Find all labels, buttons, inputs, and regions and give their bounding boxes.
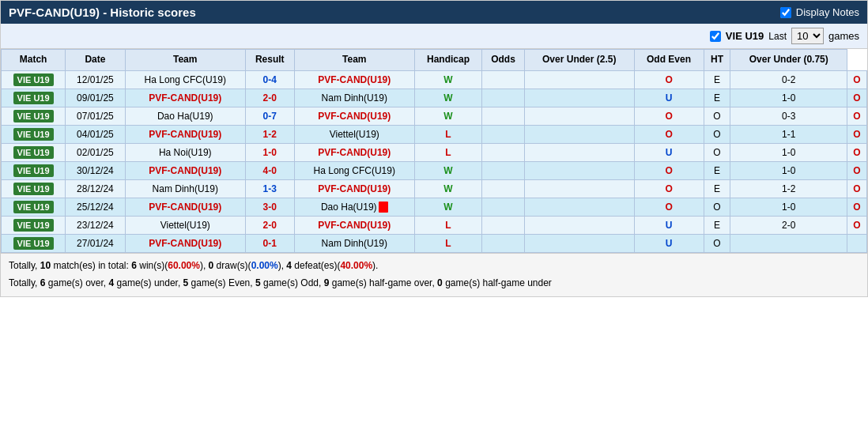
score-value: 0-7	[263, 111, 277, 122]
cell-result: L	[414, 125, 481, 143]
cell-over-under: O	[634, 198, 704, 217]
match-badge: VIE U19	[13, 183, 54, 195]
cell-date: 09/01/25	[66, 89, 125, 107]
ht-over-under-value: O	[853, 220, 860, 231]
display-notes-section: Display Notes	[780, 6, 859, 18]
cell-odds	[524, 235, 634, 253]
cell-match: VIE U19	[2, 125, 66, 143]
score-value: 1-3	[263, 183, 277, 194]
cell-handicap	[482, 70, 525, 89]
score-value: 0-1	[263, 238, 277, 249]
cell-team2: PVF-CAND(U19)	[294, 143, 414, 161]
cell-odd-even: O	[704, 107, 730, 125]
score-value: 1-2	[263, 129, 277, 140]
cell-ht-over-under: O	[847, 143, 867, 161]
cell-team2: Nam Dinh(U19)	[294, 89, 414, 107]
cell-odd-even: O	[704, 125, 730, 143]
cell-ht-over-under	[847, 235, 867, 253]
vie-u19-checkbox[interactable]	[710, 31, 721, 42]
cell-ht-over-under: O	[847, 217, 867, 235]
cell-date: 02/01/25	[66, 143, 125, 161]
cell-over-under: O	[634, 70, 704, 89]
cell-team1: PVF-CAND(U19)	[125, 198, 245, 217]
page-title: PVF-CAND(U19) - Historic scores	[9, 6, 196, 19]
red-card-icon	[379, 202, 388, 213]
cell-team1: Ha Noi(U19)	[125, 143, 245, 161]
cell-over-under: U	[634, 235, 704, 253]
cell-date: 28/12/24	[66, 179, 125, 198]
cell-match: VIE U19	[2, 89, 66, 107]
ht-over-under-value: O	[853, 147, 860, 158]
cell-date: 12/01/25	[66, 70, 125, 89]
cell-result: L	[414, 217, 481, 235]
result-badge: W	[443, 74, 452, 85]
over-under-value: U	[666, 147, 673, 158]
cell-result: W	[414, 161, 481, 179]
cell-handicap	[482, 161, 525, 179]
score-value: 2-0	[263, 220, 277, 231]
cell-over-under: O	[634, 125, 704, 143]
team2-name: PVF-CAND(U19)	[318, 147, 391, 158]
display-notes-checkbox[interactable]	[780, 7, 791, 18]
cell-date: 30/12/24	[66, 161, 125, 179]
cell-match: VIE U19	[2, 107, 66, 125]
display-notes-label: Display Notes	[796, 6, 859, 18]
col-result: Result	[245, 50, 294, 71]
table-row: VIE U1909/01/25PVF-CAND(U19)2-0Nam Dinh(…	[2, 89, 867, 107]
cell-team1: PVF-CAND(U19)	[125, 125, 245, 143]
cell-team2: PVF-CAND(U19)	[294, 107, 414, 125]
cell-handicap	[482, 107, 525, 125]
cell-ht-over-under: O	[847, 107, 867, 125]
scores-table: Match Date Team Result Team Handicap Odd…	[1, 49, 867, 253]
games-select[interactable]: 5 10 15 20	[791, 28, 824, 44]
cell-result: W	[414, 89, 481, 107]
cell-odds	[524, 179, 634, 198]
col-match: Match	[2, 50, 66, 71]
filter-row: VIE U19 Last 5 10 15 20 games	[1, 24, 867, 49]
cell-team1: Dao Ha(U19)	[125, 107, 245, 125]
cell-score: 4-0	[245, 161, 294, 179]
ht-over-under-value: O	[853, 92, 860, 104]
cell-ht-over-under: O	[847, 179, 867, 198]
cell-score: 3-0	[245, 198, 294, 217]
cell-handicap	[482, 179, 525, 198]
col-over-under-25: Over Under (2.5)	[524, 50, 634, 71]
col-ht: HT	[704, 50, 730, 71]
ht-over-under-value: O	[853, 202, 860, 213]
ht-over-under-value: O	[853, 129, 860, 140]
cell-team2: Ha Long CFC(U19)	[294, 161, 414, 179]
cell-odd-even: E	[704, 161, 730, 179]
col-odd-even: Odd Even	[634, 50, 704, 71]
result-badge: W	[443, 183, 452, 194]
col-team1: Team	[125, 50, 245, 71]
team2-name: PVF-CAND(U19)	[318, 74, 391, 85]
score-value: 4-0	[263, 165, 277, 176]
match-badge: VIE U19	[13, 110, 54, 122]
team2-name: PVF-CAND(U19)	[318, 111, 391, 122]
result-badge: L	[445, 129, 451, 140]
cell-handicap	[482, 143, 525, 161]
cell-team1: PVF-CAND(U19)	[125, 235, 245, 253]
team2-name: Nam Dinh(U19)	[322, 92, 387, 104]
cell-team1: Nam Dinh(U19)	[125, 179, 245, 198]
ht-over-under-value: O	[853, 165, 860, 176]
cell-ht: 2-0	[730, 217, 847, 235]
cell-odd-even: O	[704, 235, 730, 253]
cell-team2: PVF-CAND(U19)	[294, 70, 414, 89]
table-row: VIE U1930/12/24PVF-CAND(U19)4-0Ha Long C…	[2, 161, 867, 179]
table-row: VIE U1912/01/25Ha Long CFC(U19)0-4PVF-CA…	[2, 70, 867, 89]
cell-date: 23/12/24	[66, 217, 125, 235]
match-badge: VIE U19	[13, 237, 54, 250]
cell-handicap	[482, 217, 525, 235]
cell-ht: 1-0	[730, 161, 847, 179]
cell-score: 2-0	[245, 217, 294, 235]
cell-team1: Ha Long CFC(U19)	[125, 70, 245, 89]
cell-ht-over-under: O	[847, 89, 867, 107]
over-under-value: U	[666, 220, 673, 231]
col-odds: Odds	[482, 50, 525, 71]
cell-ht: 1-0	[730, 198, 847, 217]
cell-date: 04/01/25	[66, 125, 125, 143]
cell-ht: 1-1	[730, 125, 847, 143]
over-under-value: O	[665, 129, 672, 140]
cell-odd-even: E	[704, 89, 730, 107]
